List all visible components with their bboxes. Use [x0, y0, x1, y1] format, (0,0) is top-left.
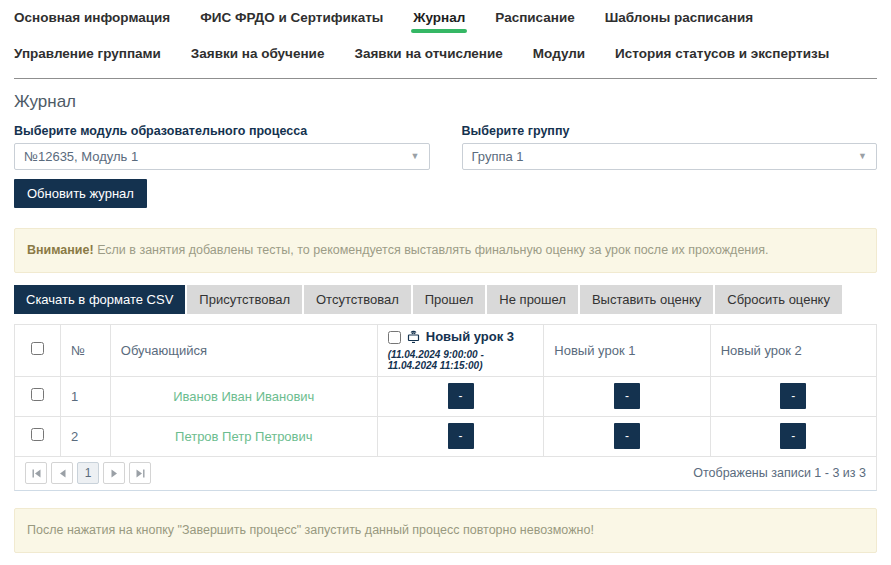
next-page-button[interactable] [103, 462, 125, 484]
prev-page-button[interactable] [51, 462, 73, 484]
warning-text: Если в занятия добавлены тесты, то реком… [94, 243, 769, 257]
tab-group-management[interactable]: Управление группами [14, 46, 161, 69]
journal-toolbar: Скачать в формате CSV Присутствовал Отсу… [14, 285, 877, 314]
chevron-down-icon: ▼ [411, 152, 420, 161]
lesson-3-select-checkbox[interactable] [388, 331, 401, 344]
group-select-label: Выберите группу [462, 124, 878, 138]
next-page-icon [110, 469, 119, 478]
group-filter: Выберите группу Группа 1 ▼ [462, 124, 878, 170]
module-select-label: Выберите модуль образовательного процесс… [14, 124, 430, 138]
column-header-lesson-2: Новый урок 2 [710, 324, 876, 376]
journal-table: № Обучающийся Новый урок 3 (11.04.2024 9… [14, 324, 877, 457]
finish-warning-text: После нажатия на кнопку "Завершить проце… [27, 523, 594, 537]
column-header-student: Обучающийся [110, 324, 377, 376]
column-header-lesson-1: Новый урок 1 [544, 324, 710, 376]
mark-present-button[interactable]: Присутствовал [187, 285, 302, 314]
column-header-number: № [60, 324, 110, 376]
last-page-icon [136, 469, 145, 478]
download-csv-button[interactable]: Скачать в формате CSV [14, 285, 185, 314]
mark-passed-button[interactable]: Прошел [413, 285, 486, 314]
row-2-number: 2 [60, 416, 110, 456]
grade-button-r1-lesson3[interactable]: - [448, 383, 474, 409]
first-page-icon [32, 469, 41, 478]
prev-page-icon [58, 469, 67, 478]
reset-grade-button[interactable]: Сбросить оценку [715, 285, 842, 314]
tab-fis-frdo[interactable]: ФИС ФРДО и Сертификаты [200, 10, 383, 33]
finish-process-warning-banner: После нажатия на кнопку "Завершить проце… [14, 508, 877, 553]
tab-schedule[interactable]: Расписание [495, 10, 574, 33]
student-link-ivanov[interactable]: Иванов Иван Иванович [121, 389, 367, 404]
pagination: 1 [25, 462, 151, 484]
tab-enrollment-requests[interactable]: Заявки на обучение [191, 46, 325, 69]
page-number-button[interactable]: 1 [77, 462, 99, 484]
group-select[interactable]: Группа 1 ▼ [462, 143, 878, 170]
module-filter: Выберите модуль образовательного процесс… [14, 124, 430, 170]
module-select[interactable]: №12635, Модуль 1 ▼ [14, 143, 430, 170]
lesson-3-dates: (11.04.2024 9:00:00 - 11.04.2024 11:15:0… [388, 349, 534, 372]
grade-button-r2-lesson3[interactable]: - [448, 423, 474, 449]
webinar-icon [406, 329, 421, 347]
records-summary: Отображены записи 1 - 3 из 3 [693, 466, 866, 480]
filters-row: Выберите модуль образовательного процесс… [14, 124, 877, 170]
module-select-value: №12635, Модуль 1 [24, 149, 138, 164]
grade-button-r1-lesson1[interactable]: - [614, 383, 640, 409]
row-1-number: 1 [60, 376, 110, 416]
grade-button-r2-lesson2[interactable]: - [780, 423, 806, 449]
table-header-row: № Обучающийся Новый урок 3 (11.04.2024 9… [15, 324, 877, 376]
student-link-petrov[interactable]: Петров Петр Петрович [121, 429, 367, 444]
grade-button-r2-lesson1[interactable]: - [614, 423, 640, 449]
first-page-button[interactable] [25, 462, 47, 484]
tab-journal[interactable]: Журнал [413, 10, 465, 33]
tab-status-history[interactable]: История статусов и экспертизы [615, 46, 829, 69]
mark-failed-button[interactable]: Не прошел [487, 285, 578, 314]
tab-modules[interactable]: Модули [533, 46, 585, 69]
column-header-lesson-3: Новый урок 3 (11.04.2024 9:00:00 - 11.04… [377, 324, 544, 376]
row-1-checkbox[interactable] [31, 388, 44, 401]
table-row: 1 Иванов Иван Иванович - - - [15, 376, 877, 416]
last-page-button[interactable] [129, 462, 151, 484]
nav-tabs-row-1: Основная информация ФИС ФРДО и Сертифика… [14, 0, 877, 33]
tab-expulsion-requests[interactable]: Заявки на отчисление [354, 46, 502, 69]
set-grade-button[interactable]: Выставить оценку [580, 285, 713, 314]
refresh-journal-button[interactable]: Обновить журнал [14, 179, 147, 208]
lesson-3-title: Новый урок 3 [426, 330, 514, 345]
row-2-checkbox[interactable] [31, 428, 44, 441]
grade-button-r1-lesson2[interactable]: - [780, 383, 806, 409]
page-container: Основная информация ФИС ФРДО и Сертифика… [0, 0, 891, 565]
chevron-down-icon: ▼ [858, 152, 867, 161]
select-all-checkbox[interactable] [31, 342, 44, 355]
group-select-value: Группа 1 [472, 149, 524, 164]
table-row: 2 Петров Петр Петрович - - - [15, 416, 877, 456]
tab-main-info[interactable]: Основная информация [14, 10, 170, 33]
page-title: Журнал [14, 92, 877, 112]
tests-warning-banner: Внимание! Если в занятия добавлены тесты… [14, 228, 877, 273]
tab-schedule-templates[interactable]: Шаблоны расписания [605, 10, 753, 33]
nav-divider [14, 78, 877, 79]
mark-absent-button[interactable]: Отсутствовал [304, 285, 411, 314]
warning-strong-label: Внимание! [27, 243, 94, 257]
nav-tabs-row-2: Управление группами Заявки на обучение З… [14, 46, 877, 69]
table-footer: 1 Отображены записи 1 - 3 из 3 [14, 457, 877, 491]
